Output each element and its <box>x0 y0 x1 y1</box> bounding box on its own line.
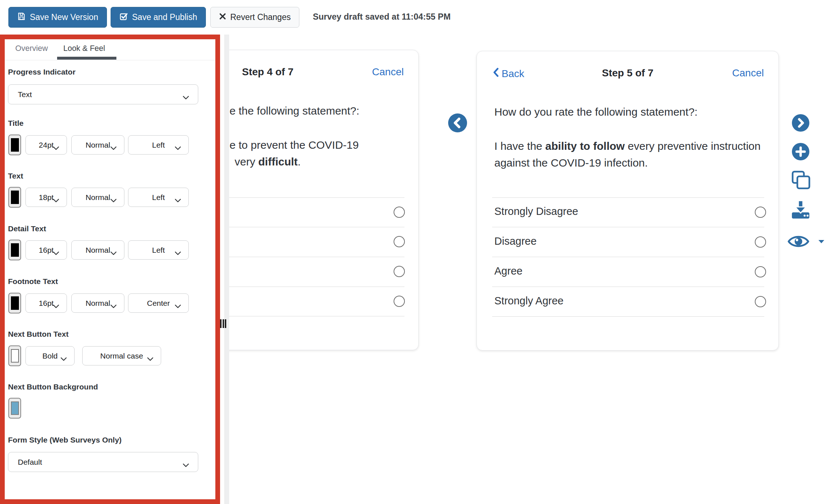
form-style-value: Default <box>18 458 42 467</box>
divider <box>229 287 404 287</box>
detail-text-color-value <box>11 243 19 257</box>
next-button-text-case-select[interactable]: Normal case <box>82 346 161 365</box>
footnote-text-size-select[interactable]: 16pt <box>25 293 67 313</box>
footnote-text-align-select[interactable]: Center <box>128 293 189 313</box>
step4-question-fragment: e the following statement?: <box>230 105 359 117</box>
next-button-background-swatch[interactable] <box>8 398 21 419</box>
text-size-select[interactable]: 18pt <box>25 188 67 207</box>
title-color-value <box>11 138 19 152</box>
step4-radio-option-2[interactable] <box>394 236 405 247</box>
divider <box>492 227 764 227</box>
x-icon <box>219 12 226 22</box>
chevron-down-icon <box>147 354 154 363</box>
next-button-text-weight-select[interactable]: Bold <box>25 346 75 365</box>
step4-card: Step 4 of 7 Cancel e the following state… <box>229 50 419 350</box>
text-color-value <box>11 191 19 204</box>
detail-text-align-select[interactable]: Left <box>128 240 189 260</box>
chevron-down-icon <box>183 93 189 101</box>
tab-overview[interactable]: Overview <box>15 44 48 53</box>
chevron-down-icon <box>53 143 59 152</box>
title-size-select[interactable]: 24pt <box>25 135 67 155</box>
footnote-text-label: Footnote Text <box>8 277 58 286</box>
next-button-text-color-swatch[interactable] <box>8 345 21 366</box>
handle-bar <box>225 319 226 328</box>
handle-bar <box>223 319 224 328</box>
chevron-down-icon <box>60 354 67 363</box>
next-button-text-label: Next Button Text <box>8 330 68 339</box>
title-color-swatch[interactable] <box>8 135 21 155</box>
progress-indicator-value: Text <box>18 90 32 99</box>
duplicate-step-button[interactable] <box>790 169 811 191</box>
look-and-feel-panel: Overview Look & Feel Progress Indicator … <box>0 35 220 504</box>
step5-statement: I have the ability to follow every preve… <box>494 138 765 171</box>
step5-option-label: Agree <box>494 265 522 277</box>
step5-radio-option-4[interactable] <box>755 296 766 307</box>
text-align-select[interactable]: Left <box>128 188 189 207</box>
step4-radio-option-3[interactable] <box>394 266 405 277</box>
eye-icon <box>787 233 810 250</box>
add-step-button[interactable] <box>792 143 809 162</box>
title-align-select[interactable]: Left <box>128 135 189 155</box>
floppy-disk-icon <box>17 12 26 23</box>
panel-resize-handle[interactable] <box>220 319 226 328</box>
tabs-divider <box>5 60 215 60</box>
progress-indicator-label: Progress Indicator <box>8 68 76 76</box>
divider <box>492 197 764 198</box>
step5-radio-option-2[interactable] <box>755 236 766 248</box>
chevron-down-icon <box>110 301 117 310</box>
chevron-down-icon <box>53 196 59 204</box>
step4-radio-option-1[interactable] <box>394 207 405 218</box>
draft-saved-status: Survey draft saved at 11:04:55 PM <box>313 12 451 22</box>
tab-look-and-feel[interactable]: Look & Feel <box>63 44 105 53</box>
check-square-icon <box>119 12 128 23</box>
divider <box>492 316 764 317</box>
save-new-version-label: Save New Version <box>30 12 98 22</box>
text-color-swatch[interactable] <box>8 187 21 208</box>
step5-radio-option-3[interactable] <box>755 266 766 277</box>
detail-text-color-swatch[interactable] <box>8 240 21 260</box>
text-weight-select[interactable]: Normal <box>71 188 124 207</box>
step5-option-label: Disagree <box>494 235 537 247</box>
chevron-down-icon <box>110 248 117 257</box>
revert-changes-label: Revert Changes <box>230 12 291 22</box>
revert-changes-button[interactable]: Revert Changes <box>210 7 299 28</box>
footnote-text-color-swatch[interactable] <box>8 293 21 313</box>
pane-scrollbar-track[interactable] <box>224 35 229 504</box>
previous-step-button[interactable] <box>448 113 467 134</box>
next-step-button[interactable] <box>792 114 809 133</box>
chevron-down-icon <box>175 301 181 310</box>
save-and-publish-label: Save and Publish <box>132 12 197 22</box>
copy-icon <box>790 169 811 190</box>
footnote-text-weight-select[interactable]: Normal <box>71 293 124 313</box>
save-new-version-button[interactable]: Save New Version <box>8 7 107 28</box>
chevron-down-icon <box>110 143 117 152</box>
preview-eye-button[interactable] <box>787 233 810 252</box>
chevron-down-icon <box>175 143 181 152</box>
step5-question: How do you rate the following statement?… <box>494 104 765 120</box>
step4-statement-line2: very difficult. <box>235 156 301 168</box>
save-and-publish-button[interactable]: Save and Publish <box>111 7 206 28</box>
divider <box>492 287 764 287</box>
caret-down-icon <box>818 239 825 244</box>
top-toolbar: Save New Version Save and Publish Revert… <box>0 0 833 35</box>
divider <box>229 197 404 198</box>
title-label: Title <box>8 119 24 128</box>
step5-card: Back Step 5 of 7 Cancel How do you rate … <box>477 51 779 351</box>
preview-options-caret[interactable] <box>818 239 825 246</box>
divider <box>229 257 404 257</box>
step4-radio-option-4[interactable] <box>394 296 405 307</box>
step5-cancel-link[interactable]: Cancel <box>732 67 764 79</box>
download-button[interactable] <box>791 199 810 220</box>
circle-chevron-left-icon <box>448 113 467 132</box>
title-weight-select[interactable]: Normal <box>71 135 124 155</box>
chevron-down-icon <box>183 460 189 469</box>
text-label: Text <box>8 172 23 180</box>
step4-cancel-link[interactable]: Cancel <box>372 66 404 78</box>
chevron-down-icon <box>110 196 117 204</box>
step5-radio-option-1[interactable] <box>755 207 766 218</box>
form-style-select[interactable]: Default <box>8 452 198 472</box>
detail-text-size-select[interactable]: 16pt <box>25 240 67 260</box>
detail-text-weight-select[interactable]: Normal <box>71 240 124 260</box>
progress-indicator-select[interactable]: Text <box>8 84 198 104</box>
next-button-text-color-value <box>11 349 19 363</box>
